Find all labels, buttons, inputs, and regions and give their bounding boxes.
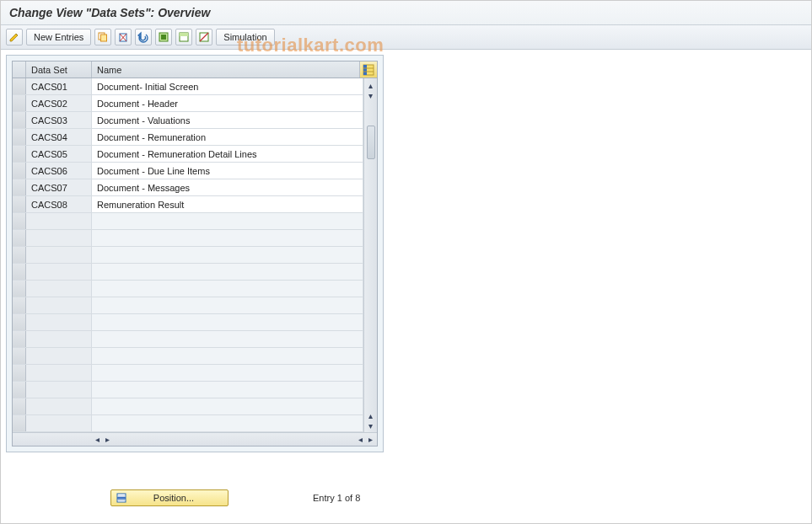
scroll-down-icon[interactable]: ▾ bbox=[366, 420, 376, 430]
scroll-right-step-icon[interactable]: ▸ bbox=[102, 435, 112, 445]
deselect-all-button[interactable] bbox=[196, 29, 212, 45]
table-row-empty[interactable] bbox=[13, 331, 363, 348]
row-selector[interactable] bbox=[13, 382, 26, 398]
column-select-all[interactable] bbox=[13, 61, 26, 78]
cell-name[interactable] bbox=[92, 281, 363, 297]
cell-data-set[interactable] bbox=[26, 314, 92, 330]
new-entries-button[interactable]: New Entries bbox=[26, 29, 91, 45]
scroll-track[interactable] bbox=[367, 100, 375, 410]
horizontal-scrollbar[interactable]: ◂ ▸ ◂ ▸ bbox=[13, 432, 377, 446]
cell-data-set[interactable] bbox=[26, 348, 92, 364]
undo-button[interactable] bbox=[135, 29, 152, 45]
cell-name[interactable]: Document - Due Line Items bbox=[92, 163, 363, 179]
copy-button[interactable] bbox=[94, 29, 111, 45]
table-row[interactable]: CACS05Document - Remuneration Detail Lin… bbox=[13, 146, 363, 163]
table-row-empty[interactable] bbox=[13, 264, 363, 281]
row-selector[interactable] bbox=[13, 112, 26, 128]
row-selector[interactable] bbox=[13, 297, 26, 313]
cell-name[interactable] bbox=[92, 247, 363, 263]
cell-data-set[interactable] bbox=[26, 213, 92, 229]
cell-data-set[interactable]: CACS08 bbox=[26, 196, 92, 212]
row-selector[interactable] bbox=[13, 146, 26, 162]
cell-name[interactable] bbox=[92, 314, 363, 330]
row-selector[interactable] bbox=[13, 78, 26, 94]
cell-name[interactable] bbox=[92, 297, 363, 313]
row-selector[interactable] bbox=[13, 348, 26, 364]
column-header-name[interactable]: Name bbox=[92, 61, 360, 78]
cell-name[interactable] bbox=[92, 415, 363, 431]
row-selector[interactable] bbox=[13, 314, 26, 330]
scroll-up-step-icon[interactable]: ▴ bbox=[366, 410, 376, 420]
cell-data-set[interactable] bbox=[26, 247, 92, 263]
table-row[interactable]: CACS08Remuneration Result bbox=[13, 196, 363, 213]
cell-data-set[interactable] bbox=[26, 230, 92, 246]
delete-button[interactable] bbox=[115, 29, 132, 45]
row-selector[interactable] bbox=[13, 196, 26, 212]
cell-name[interactable]: Document - Header bbox=[92, 95, 363, 111]
table-row-empty[interactable] bbox=[13, 415, 363, 432]
row-selector[interactable] bbox=[13, 95, 26, 111]
scroll-thumb[interactable] bbox=[367, 126, 375, 159]
scroll-right-icon[interactable]: ▸ bbox=[365, 435, 375, 445]
table-row-empty[interactable] bbox=[13, 382, 363, 398]
row-selector[interactable] bbox=[13, 415, 26, 431]
cell-data-set[interactable] bbox=[26, 398, 92, 414]
table-row-empty[interactable] bbox=[13, 297, 363, 314]
scroll-left-icon[interactable]: ◂ bbox=[92, 435, 102, 445]
cell-name[interactable] bbox=[92, 230, 363, 246]
row-selector[interactable] bbox=[13, 331, 26, 347]
table-config-button[interactable] bbox=[360, 61, 377, 78]
table-row-empty[interactable] bbox=[13, 365, 363, 382]
cell-name[interactable]: Document - Remuneration bbox=[92, 129, 363, 145]
row-selector[interactable] bbox=[13, 213, 26, 229]
cell-name[interactable]: Document - Messages bbox=[92, 179, 363, 195]
cell-name[interactable]: Document - Valuations bbox=[92, 112, 363, 128]
scroll-down-step-icon[interactable]: ▾ bbox=[366, 90, 376, 100]
table-row[interactable]: CACS03Document - Valuations bbox=[13, 112, 363, 129]
cell-data-set[interactable] bbox=[26, 365, 92, 381]
cell-data-set[interactable] bbox=[26, 382, 92, 398]
cell-name[interactable] bbox=[92, 382, 363, 398]
table-row-empty[interactable] bbox=[13, 213, 363, 230]
table-row[interactable]: CACS02Document - Header bbox=[13, 95, 363, 112]
row-selector[interactable] bbox=[13, 365, 26, 381]
table-row-empty[interactable] bbox=[13, 398, 363, 415]
scroll-up-icon[interactable]: ▴ bbox=[366, 80, 376, 90]
select-block-button[interactable] bbox=[175, 29, 192, 45]
cell-data-set[interactable]: CACS02 bbox=[26, 95, 92, 111]
scroll-left-step-icon[interactable]: ◂ bbox=[355, 435, 365, 445]
table-row[interactable]: CACS06Document - Due Line Items bbox=[13, 163, 363, 179]
cell-data-set[interactable] bbox=[26, 297, 92, 313]
row-selector[interactable] bbox=[13, 163, 26, 179]
position-button[interactable]: Position... bbox=[110, 489, 229, 506]
toggle-edit-button[interactable] bbox=[6, 29, 23, 45]
cell-data-set[interactable] bbox=[26, 264, 92, 280]
column-header-data-set[interactable]: Data Set bbox=[26, 61, 92, 78]
cell-name[interactable] bbox=[92, 398, 363, 414]
table-row-empty[interactable] bbox=[13, 281, 363, 297]
table-row[interactable]: CACS01Document- Initial Screen bbox=[13, 78, 363, 95]
select-all-button[interactable] bbox=[155, 29, 172, 45]
cell-name[interactable]: Document- Initial Screen bbox=[92, 78, 363, 94]
cell-data-set[interactable]: CACS05 bbox=[26, 146, 92, 162]
table-row-empty[interactable] bbox=[13, 230, 363, 247]
cell-name[interactable] bbox=[92, 264, 363, 280]
cell-data-set[interactable]: CACS07 bbox=[26, 179, 92, 195]
cell-name[interactable]: Remuneration Result bbox=[92, 196, 363, 212]
cell-data-set[interactable]: CACS04 bbox=[26, 129, 92, 145]
cell-name[interactable] bbox=[92, 331, 363, 347]
row-selector[interactable] bbox=[13, 247, 26, 263]
row-selector[interactable] bbox=[13, 179, 26, 195]
row-selector[interactable] bbox=[13, 264, 26, 280]
cell-name[interactable] bbox=[92, 213, 363, 229]
cell-data-set[interactable]: CACS06 bbox=[26, 163, 92, 179]
cell-data-set[interactable] bbox=[26, 415, 92, 431]
table-row-empty[interactable] bbox=[13, 247, 363, 264]
simulation-button[interactable]: Simulation bbox=[216, 29, 274, 45]
table-row-empty[interactable] bbox=[13, 348, 363, 365]
cell-data-set[interactable] bbox=[26, 281, 92, 297]
table-row[interactable]: CACS07Document - Messages bbox=[13, 179, 363, 196]
row-selector[interactable] bbox=[13, 129, 26, 145]
cell-name[interactable] bbox=[92, 365, 363, 381]
row-selector[interactable] bbox=[13, 230, 26, 246]
